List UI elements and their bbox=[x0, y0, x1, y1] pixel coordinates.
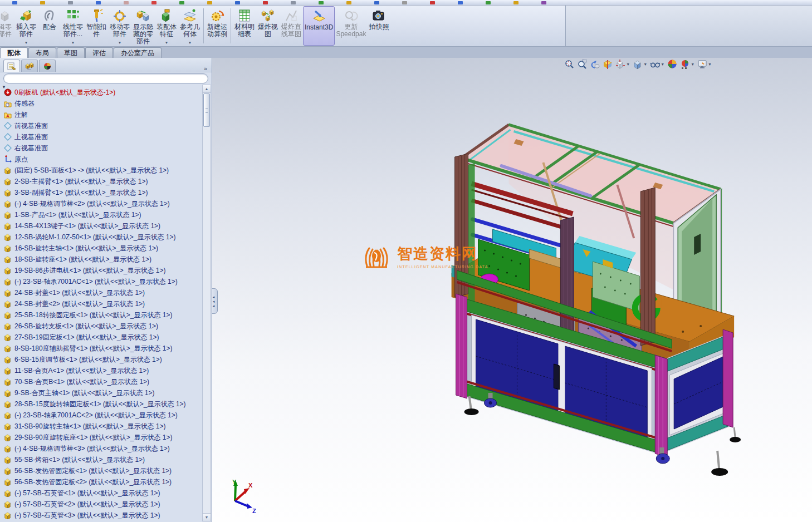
toolbar-fragment-icon bbox=[541, 1, 546, 4]
tree-item[interactable]: (-) 23-SB-轴承7001AC<2> (默认<<默认>_显示状态 1>) bbox=[0, 410, 202, 421]
dropdown-arrow-icon[interactable]: ▼ bbox=[643, 62, 647, 66]
dropdown-arrow-icon[interactable]: ▼ bbox=[691, 62, 694, 66]
tree-item[interactable]: 3-SB-副摇臂<1> (默认<<默认>_显示状态 1>) bbox=[0, 187, 202, 198]
instant3d-button[interactable]: Instant3D bbox=[303, 6, 335, 46]
configurationmanager-tab[interactable] bbox=[21, 60, 38, 72]
tree-item[interactable]: 31-SB-90旋转主轴<1> (默认<<默认>_显示状态 1>) bbox=[0, 421, 202, 432]
display-style-icon[interactable]: ▼ bbox=[633, 59, 647, 69]
tree-item[interactable]: 11-SB-合页A<1> (默认<<默认>_显示状态 1>) bbox=[0, 365, 202, 376]
new-motion-study-button[interactable]: 新建运动算例 bbox=[206, 6, 229, 46]
tree-item[interactable]: A注解 bbox=[0, 109, 202, 120]
feature-tree-filter-bar[interactable] bbox=[3, 73, 208, 83]
tree-item[interactable]: (-) 23-SB-轴承7001AC<1> (默认<<默认>_显示状态 1>) bbox=[0, 276, 202, 287]
tree-item[interactable]: 24-SB-封盖<2> (默认<<默认>_显示状态 1>) bbox=[0, 298, 202, 309]
insert-components-button[interactable]: 插入零部件▼ bbox=[14, 6, 38, 46]
panel-tabs-overflow-icon[interactable]: » bbox=[204, 65, 209, 72]
previous-view-icon[interactable] bbox=[590, 59, 600, 69]
dropdown-arrow-icon[interactable]: ▼ bbox=[708, 62, 712, 66]
exploded-view-button[interactable]: 爆炸视图 bbox=[256, 6, 280, 46]
view-orientation-icon[interactable]: ▼ bbox=[615, 59, 630, 69]
mate-button[interactable]: 配合 bbox=[38, 6, 61, 46]
tree-item[interactable]: 25-SB-18转接固定板<1> (默认<<默认>_显示状态 1>) bbox=[0, 309, 202, 321]
dropdown-arrow-icon[interactable]: ▼ bbox=[118, 41, 122, 45]
tree-item[interactable]: (-) 57-SB-石英管<2> (默认<<默认>_显示状态 1>) bbox=[0, 499, 202, 510]
tree-item[interactable]: 29-SB-90度旋转底座<1> (默认<<默认>_显示状态 1>) bbox=[0, 432, 202, 443]
tree-item[interactable]: 28-SB-15度旋转轴固定板<1> (默认<<默认>_显示状态 1>) bbox=[0, 398, 202, 410]
tree-item[interactable]: 9-SB-合页主轴<1> (默认<<默认>_显示状态 1>) bbox=[0, 387, 202, 398]
bill-of-materials-button[interactable]: 材料明细表 bbox=[233, 6, 256, 46]
tree-item[interactable]: 70-SB-合页B<1> (默认<<默认>_显示状态 1>) bbox=[0, 376, 202, 387]
edit-appearance-icon[interactable] bbox=[667, 59, 677, 69]
dropdown-arrow-icon[interactable]: ▼ bbox=[626, 62, 630, 66]
take-snapshot-button[interactable]: 拍快照 bbox=[367, 6, 390, 46]
view-settings-icon[interactable]: ▼ bbox=[697, 59, 712, 69]
dropdown-arrow-icon[interactable]: ▼ bbox=[165, 41, 169, 45]
tree-item[interactable]: 16-SB-旋转主轴<1> (默认<<默认>_显示状态 1>) bbox=[0, 243, 202, 254]
smart-fasteners-button[interactable]: 智能扣件 bbox=[85, 6, 108, 46]
tree-root-item[interactable]: 0刷板机 (默认<默认_显示状态-1>) bbox=[0, 87, 202, 98]
tree-item[interactable]: (固定) 5-SB-面板<1> -> (默认<<默认>_显示状态 1>) bbox=[0, 165, 202, 176]
zoom-to-area-icon[interactable] bbox=[577, 59, 587, 69]
part-icon bbox=[4, 278, 12, 285]
displaymanager-tab[interactable] bbox=[39, 60, 56, 72]
tree-item-label: 24-SB-封盖<1> (默认<<默认>_显示状态 1>) bbox=[14, 288, 145, 298]
tab-assembly[interactable]: 配体 bbox=[0, 47, 28, 58]
toolbar-fragment-icon bbox=[513, 1, 518, 4]
dropdown-arrow-icon[interactable]: ▼ bbox=[661, 62, 664, 66]
tree-item[interactable]: (-) 57-SB-石英管<3> (默认<<默认>_显示状态 1>) bbox=[0, 510, 202, 521]
dropdown-arrow-icon[interactable]: ▼ bbox=[71, 41, 75, 45]
tree-item[interactable]: (-) 4-SB-规格调节棒<3> (默认<<默认>_显示状态 1>) bbox=[0, 443, 202, 454]
reference-geometry-button[interactable]: 参考几何体▼ bbox=[178, 6, 202, 46]
tree-item[interactable]: 56-SB-发热管固定板<1> (默认<<默认>_显示状态 1>) bbox=[0, 465, 202, 476]
machine-3d-model[interactable] bbox=[212, 58, 812, 522]
tree-item[interactable]: 1-SB-产品<1> (默认<<默认>_显示状态 1>) bbox=[0, 209, 202, 220]
hide-show-items-icon[interactable]: ▼ bbox=[650, 59, 664, 69]
tree-item[interactable]: 56-SB-发热管固定板<2> (默认<<默认>_显示状态 1>) bbox=[0, 476, 202, 487]
tree-item[interactable]: 原点 bbox=[0, 154, 202, 165]
scroll-thumb[interactable] bbox=[203, 93, 210, 127]
tree-item[interactable]: 右视基准面 bbox=[0, 142, 202, 154]
apply-scene-icon[interactable]: ▼ bbox=[680, 59, 694, 69]
tree-item[interactable]: (-) 57-SB-石英管<1> (默认<<默认>_显示状态 1>) bbox=[0, 487, 202, 499]
linear-pattern-button[interactable]: 线性零部件...▼ bbox=[61, 6, 85, 46]
scroll-down-icon[interactable]: ▼ bbox=[203, 513, 211, 521]
tab-evaluate[interactable]: 评估 bbox=[85, 47, 113, 58]
tree-item[interactable]: 19-SB-86步进电机<1> (默认<<默认>_显示状态 1>) bbox=[0, 265, 202, 276]
tab-layout[interactable]: 布局 bbox=[28, 47, 56, 58]
zoom-to-fit-icon[interactable] bbox=[564, 59, 574, 69]
show-hidden-components-button[interactable]: 显示隐藏的零部件 bbox=[131, 6, 155, 46]
tree-scrollbar[interactable]: ▲ ▼ bbox=[202, 85, 211, 521]
dropdown-arrow-icon[interactable]: ▼ bbox=[25, 41, 28, 45]
tree-item[interactable]: 12-SB-涡轮M-1.0Z-50<1> (默认<<默认>_显示状态 1>) bbox=[0, 232, 202, 243]
scroll-up-icon[interactable]: ▲ bbox=[203, 85, 211, 93]
tree-item[interactable]: (-) 4-SB-规格调节棒<2> (默认<<默认>_显示状态 1>) bbox=[0, 198, 202, 209]
tree-item[interactable]: 2-SB-主摇臂<1> (默认<<默认>_显示状态 1>) bbox=[0, 176, 202, 187]
tree-item-label: 56-SB-发热管固定板<2> (默认<<默认>_显示状态 1>) bbox=[14, 477, 172, 487]
tab-office-products[interactable]: 办公室产品 bbox=[114, 47, 162, 58]
tree-item[interactable]: 上视基准面 bbox=[0, 131, 202, 142]
tree-item[interactable]: 传感器 bbox=[0, 98, 202, 109]
panel-collapse-handle[interactable]: ◂◂◂ bbox=[212, 288, 218, 314]
tree-item-label: 6-SB-15度调节板<1> (默认<<默认>_显示状态 1>) bbox=[14, 355, 162, 365]
section-view-icon[interactable] bbox=[603, 59, 613, 69]
tree-item[interactable]: 8-SB-180度辅助摇臂<1> (默认<<默认>_显示状态 1>) bbox=[0, 343, 202, 354]
move-component-button[interactable]: 移动零部件▼ bbox=[108, 6, 131, 46]
watermark-title: 智造资料网 bbox=[397, 244, 488, 264]
assembly-features-button[interactable]: 装配体特征▼ bbox=[155, 6, 178, 46]
tree-item[interactable]: 前视基准面 bbox=[0, 120, 202, 131]
tree-item[interactable]: 14-SB-4X13键子<1> (默认<<默认>_显示状态 1>) bbox=[0, 220, 202, 232]
svg-text:A: A bbox=[6, 114, 9, 119]
dropdown-arrow-icon[interactable]: ▼ bbox=[188, 41, 192, 45]
tree-item[interactable]: 27-SB-19固定板<1> (默认<<默认>_显示状态 1>) bbox=[0, 332, 202, 343]
tree-item[interactable]: 26-SB-旋转支板<1> (默认<<默认>_显示状态 1>) bbox=[0, 321, 202, 332]
tree-item[interactable]: 6-SB-15度调节板<1> (默认<<默认>_显示状态 1>) bbox=[0, 354, 202, 365]
tree-item-label: (固定) 5-SB-面板<1> -> (默认<<默认>_显示状态 1>) bbox=[14, 166, 169, 175]
tree-item[interactable]: 55-SB-烤箱<1> (默认<<默认>_显示状态 1>) bbox=[0, 454, 202, 465]
viewport-3d[interactable]: ▼▼▼▼▼ 智造资料网 bbox=[212, 58, 812, 522]
featuremanager-tab[interactable] bbox=[3, 60, 20, 72]
tree-item[interactable]: 24-SB-封盖<1> (默认<<默认>_显示状态 1>) bbox=[0, 287, 202, 298]
tab-sketch[interactable]: 草图 bbox=[57, 47, 85, 58]
tree-item[interactable]: 18-SB-旋转座<1> (默认<<默认>_显示状态 1>) bbox=[0, 254, 202, 265]
show-hidden-components-icon bbox=[136, 8, 150, 23]
new-motion-study-icon bbox=[210, 8, 224, 23]
